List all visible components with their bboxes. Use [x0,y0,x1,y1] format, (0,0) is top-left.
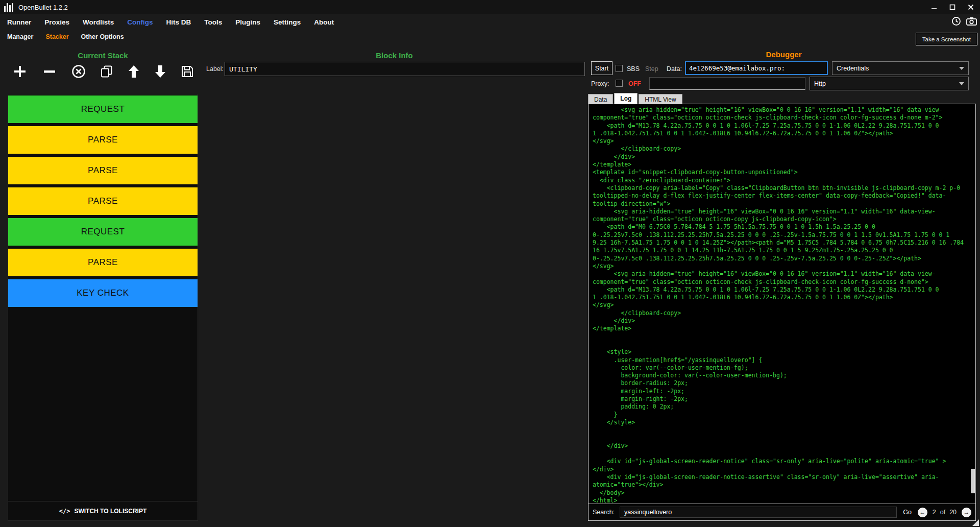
maximize-icon[interactable] [943,0,962,14]
proxy-checkbox[interactable] [616,80,623,87]
debugger-log[interactable]: <svg aria-hidden="true" height="16" view… [589,104,969,503]
debugger-log-box: <svg aria-hidden="true" height="16" view… [588,104,976,521]
current-stack-header: Current Stack [8,51,198,60]
log-scrollbar[interactable] [970,105,975,502]
menu-proxies[interactable]: Proxies [44,18,69,26]
stack-panel: REQUEST PARSE PARSE PARSE REQUEST PARSE … [8,94,198,521]
main-menu: Runner Proxies Wordlists Configs Hits DB… [0,14,980,30]
menu-about[interactable]: About [314,18,334,26]
menu-settings[interactable]: Settings [274,18,301,26]
start-button[interactable]: Start [591,61,612,75]
configs-submenu: Manager Stacker Other Options [0,30,980,44]
stack-toolbar [12,61,194,82]
openbullet-logo-icon [4,3,13,12]
previous-match-icon[interactable]: ← [918,508,927,517]
debugger-header: Debugger [587,50,980,59]
match-total: 20 [949,509,957,516]
proxy-caption: Proxy: [591,80,609,87]
debugger-data-input[interactable] [685,61,828,75]
chevron-down-icon [959,82,964,85]
save-config-icon[interactable] [181,65,194,78]
proxy-type-value: Http [814,80,826,87]
sbs-label: SBS [627,65,640,73]
stack-block-parse[interactable]: PARSE [8,249,198,276]
stack-block-request[interactable]: REQUEST [8,218,198,246]
block-label-input[interactable] [225,62,585,76]
chevron-down-icon [959,67,964,70]
menu-hitsdb[interactable]: Hits DB [166,18,191,26]
take-screenshot-button[interactable]: Take a Screenshot [916,33,977,45]
move-down-icon[interactable] [154,64,166,79]
data-caption: Data: [667,65,682,73]
stack-block-keycheck[interactable]: KEY CHECK [8,279,198,307]
switch-to-loliscript-button[interactable]: </> SWITCH TO LOLISCRIPT [8,501,198,520]
stack-block-parse[interactable]: PARSE [8,157,198,184]
move-up-icon[interactable] [128,64,140,79]
add-block-icon[interactable] [12,64,28,79]
debugger-tabs: Data Log HTML View [588,93,683,105]
block-info-header: Block Info [204,51,584,60]
titlebar: OpenBullet 1.2.2 [0,0,980,14]
step-button[interactable]: Step [645,65,658,73]
tab-log[interactable]: Log [614,93,638,105]
remove-block-icon[interactable] [42,64,57,79]
tab-data[interactable]: Data [588,94,613,105]
sbs-checkbox[interactable] [616,65,623,72]
clock-icon[interactable] [951,16,961,28]
disable-block-icon[interactable] [71,64,86,79]
match-of-label: of [940,509,945,516]
search-go-button[interactable]: Go [903,509,912,516]
submenu-stacker[interactable]: Stacker [45,33,68,40]
menu-wordlists[interactable]: Wordlists [83,18,114,26]
camera-icon[interactable] [966,17,977,28]
menu-runner[interactable]: Runner [7,18,31,26]
search-caption: Search: [593,509,615,516]
menu-plugins[interactable]: Plugins [235,18,260,26]
match-position: 2 [933,509,936,516]
block-label-caption: Label: [206,65,224,73]
stack-block-parse[interactable]: PARSE [8,187,198,215]
minimize-icon[interactable] [925,0,943,14]
close-icon[interactable] [962,0,980,14]
proxy-off-badge: OFF [628,80,641,87]
submenu-manager[interactable]: Manager [7,33,33,40]
code-icon: </> [59,508,70,515]
next-match-icon[interactable]: → [962,508,971,517]
wordlist-type-value: Credentials [837,65,869,72]
log-search-bar: Search: Go ← 2 of 20 → [589,504,975,520]
log-scrollbar-thumb[interactable] [971,469,975,493]
switch-to-loliscript-label: SWITCH TO LOLISCRIPT [74,508,146,515]
menu-configs[interactable]: Configs [127,18,153,26]
window-title: OpenBullet 1.2.2 [18,4,68,11]
log-search-input[interactable] [620,507,897,518]
window-controls [925,0,980,14]
submenu-other-options[interactable]: Other Options [81,33,124,40]
proxy-type-dropdown[interactable]: Http [810,77,969,90]
menubar-icons [951,16,977,28]
stack-block-parse[interactable]: PARSE [8,126,198,154]
clone-block-icon[interactable] [100,65,113,78]
proxy-input[interactable] [649,77,805,90]
window-resize-grip[interactable] [972,519,979,526]
stack-block-request[interactable]: REQUEST [8,95,198,123]
wordlist-type-dropdown[interactable]: Credentials [832,61,969,75]
tab-html-view[interactable]: HTML View [639,94,682,105]
menu-tools[interactable]: Tools [204,18,222,26]
